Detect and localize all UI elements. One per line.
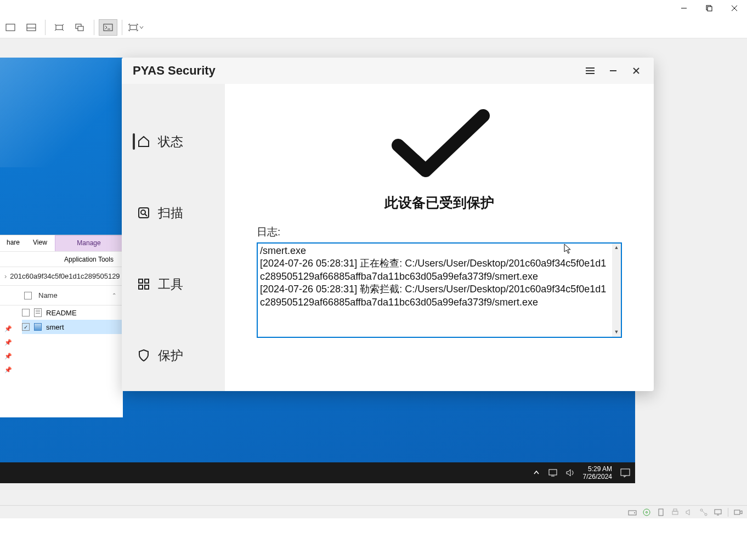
pin-icon: 📌 (4, 353, 12, 360)
pin-icon: 📌 (4, 325, 12, 332)
svg-point-36 (643, 509, 650, 516)
volume-icon[interactable] (565, 468, 575, 477)
menu-icon[interactable] (584, 64, 597, 77)
log-scrollbar[interactable]: ▲ ▼ (612, 244, 621, 337)
file-checkbox[interactable]: ✓ (22, 323, 30, 331)
svg-rect-40 (674, 509, 677, 511)
status-drive-icon[interactable] (628, 508, 637, 517)
svg-line-12 (63, 30, 64, 31)
pyas-sidebar: 状态 扫描 工具 保护 (122, 84, 225, 391)
clock-time: 5:29 AM (583, 465, 612, 473)
svg-rect-5 (6, 24, 15, 31)
toolbar-fullscreen-dropdown[interactable] (127, 19, 145, 36)
svg-rect-14 (78, 26, 83, 31)
status-network-icon[interactable] (699, 508, 708, 517)
breadcrumb-segment[interactable]: 201c60a9f34c5f0e1d1c289505129 (10, 272, 120, 280)
svg-line-10 (63, 24, 64, 25)
svg-rect-6 (27, 24, 36, 31)
ribbon-tab-manage[interactable]: Manage (55, 235, 123, 251)
nav-label: 扫描 (158, 205, 183, 222)
toolbar-fit-icon[interactable] (50, 19, 69, 36)
tray-overflow-icon[interactable] (533, 469, 540, 477)
pyas-main-panel: 此设备已受到保护 日志: /smert.exe [2024-07-26 05:2… (225, 84, 654, 391)
pin-icon: 📌 (4, 366, 12, 374)
toolbar-expand-icon[interactable] (71, 19, 89, 36)
svg-rect-27 (139, 279, 143, 283)
svg-point-35 (634, 512, 635, 513)
pyas-titlebar[interactable]: PYAS Security (122, 58, 654, 84)
file-row[interactable]: ✓ smert (22, 320, 123, 334)
file-name: smert (46, 323, 64, 331)
log-label: 日志: (257, 225, 280, 239)
ribbon-tab-share[interactable]: hare (0, 235, 26, 251)
svg-point-25 (141, 210, 145, 214)
shield-icon (137, 349, 150, 362)
host-window-titlebar (0, 0, 747, 16)
pyas-close-button[interactable] (630, 64, 643, 77)
toolbar-window-single-icon[interactable] (1, 19, 20, 36)
status-disc-icon[interactable] (642, 508, 651, 517)
explorer-column-header[interactable]: Name ⌃ (0, 286, 123, 306)
explorer-ribbon-tabs: hare View Manage (0, 235, 123, 252)
nav-status[interactable]: 状态 (122, 106, 225, 177)
svg-line-26 (145, 214, 147, 216)
svg-line-43 (702, 511, 705, 514)
nav-label: 状态 (158, 133, 183, 150)
nav-label: 工具 (158, 276, 183, 293)
checkmark-icon (387, 106, 491, 177)
scroll-down-icon[interactable]: ▼ (612, 328, 621, 337)
file-name: README (46, 309, 77, 317)
ribbon-tab-view[interactable]: View (26, 235, 54, 251)
select-all-checkbox[interactable] (24, 292, 32, 299)
scroll-up-icon[interactable]: ▲ (612, 244, 621, 252)
vm-desktop[interactable]: hare View Manage Application Tools › 201… (0, 58, 635, 483)
nav-label: 保护 (158, 347, 183, 364)
nav-protect[interactable]: 保护 (122, 320, 225, 391)
log-content[interactable]: /smert.exe [2024-07-26 05:28:31] 正在检查: C… (258, 244, 612, 337)
pyas-minimize-button[interactable] (607, 64, 620, 77)
nav-tools[interactable]: 工具 (122, 248, 225, 320)
toolbar-terminal-icon[interactable] (99, 19, 117, 36)
host-maximize-button[interactable] (697, 0, 722, 16)
ribbon-subtab-apptools[interactable]: Application Tools (55, 256, 123, 263)
explorer-ribbon-subtabs: Application Tools (0, 252, 123, 267)
toolbar-window-split-icon[interactable] (22, 19, 41, 36)
grid-icon (137, 278, 150, 291)
pyas-window[interactable]: PYAS Security 状态 扫描 (122, 58, 654, 391)
home-icon (137, 135, 150, 148)
action-center-icon[interactable] (620, 468, 631, 478)
text-file-icon (34, 308, 42, 317)
svg-line-9 (55, 24, 56, 25)
explorer-breadcrumb[interactable]: › 201c60a9f34c5f0e1d1c289505129 (0, 267, 123, 286)
host-statusbar (0, 505, 747, 518)
collapse-group-icon[interactable]: ⌃ (112, 292, 116, 298)
taskbar-clock[interactable]: 5:29 AM 7/26/2024 (583, 465, 612, 481)
network-icon[interactable] (548, 468, 558, 477)
svg-rect-8 (56, 25, 63, 30)
status-heading: 此设备已受到保护 (384, 194, 494, 212)
exe-file-icon (34, 323, 42, 331)
host-canvas: hare View Manage Application Tools › 201… (0, 38, 747, 505)
host-close-button[interactable] (722, 0, 747, 16)
file-row[interactable]: README (22, 306, 123, 320)
chevron-right-icon: › (4, 272, 7, 280)
svg-rect-15 (104, 24, 112, 31)
log-textbox[interactable]: /smert.exe [2024-07-26 05:28:31] 正在检查: C… (257, 242, 622, 338)
svg-rect-31 (549, 470, 557, 475)
status-audio-icon[interactable] (685, 508, 694, 517)
explorer-window[interactable]: hare View Manage Application Tools › 201… (0, 235, 123, 417)
scan-icon (137, 206, 150, 219)
windows-taskbar[interactable]: 5:29 AM 7/26/2024 (0, 462, 635, 483)
status-printer-icon[interactable] (671, 508, 680, 517)
status-usb-icon[interactable] (657, 508, 665, 517)
status-display-icon[interactable] (714, 508, 722, 517)
nav-scan[interactable]: 扫描 (122, 177, 225, 248)
pyas-title: PYAS Security (133, 64, 216, 78)
svg-point-37 (646, 511, 648, 513)
host-minimize-button[interactable] (671, 0, 697, 16)
file-checkbox[interactable] (22, 309, 30, 316)
svg-line-11 (55, 30, 56, 31)
status-camera-icon[interactable] (734, 508, 743, 517)
svg-rect-44 (715, 510, 721, 514)
svg-rect-33 (621, 469, 630, 476)
